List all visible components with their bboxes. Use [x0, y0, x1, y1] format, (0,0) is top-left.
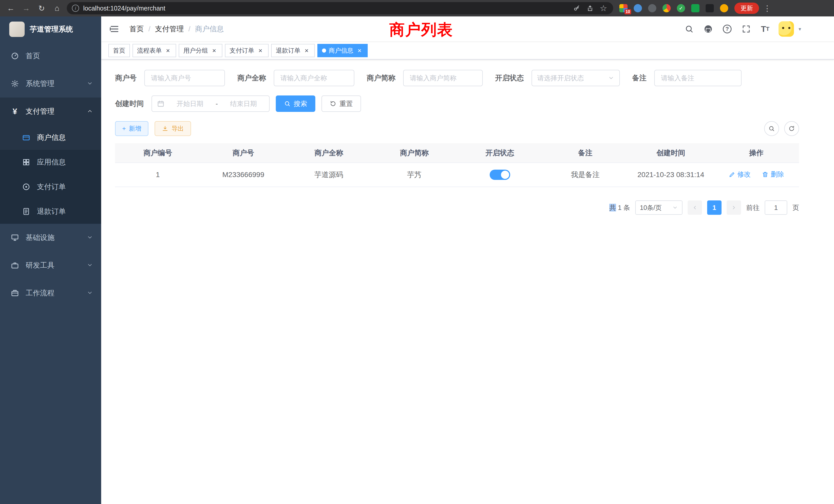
toggle-search-button[interactable] [764, 121, 779, 136]
sidebar-item-app-info[interactable]: 应用信息 [0, 150, 101, 175]
next-page-button[interactable] [727, 201, 741, 215]
short-name-input[interactable] [403, 70, 483, 86]
full-name-input[interactable] [274, 70, 354, 86]
add-button[interactable]: + 新增 [115, 121, 148, 136]
extension-icon-green-square[interactable] [691, 4, 699, 12]
tab-close-icon[interactable]: × [164, 47, 172, 54]
browser-refresh-icon[interactable]: ↻ [36, 3, 47, 14]
extension-icon-tampermonkey[interactable] [706, 4, 714, 12]
target-icon [22, 182, 31, 191]
breadcrumb-payment[interactable]: 支付管理 [155, 24, 184, 34]
filter-label: 商户简称 [367, 73, 395, 83]
col-actions: 操作 [714, 143, 799, 163]
refresh-icon [788, 125, 795, 132]
avatar[interactable] [778, 21, 794, 37]
page-number-button[interactable]: 1 [707, 201, 722, 215]
sidebar-item-merchant-info[interactable]: 商户信息 [0, 125, 101, 150]
hamburger-icon[interactable] [109, 23, 120, 35]
edit-link[interactable]: 修改 [729, 170, 751, 179]
extension-icon-drop[interactable] [634, 4, 642, 12]
share-icon[interactable] [586, 4, 595, 13]
tab-close-icon[interactable]: × [303, 47, 310, 54]
chrome-update-button[interactable]: 更新 [734, 3, 759, 14]
extensions-grid-icon[interactable]: 10 [619, 4, 628, 12]
help-icon[interactable]: ? [722, 23, 733, 35]
chevron-down-icon [87, 290, 94, 297]
page-size-select[interactable]: 10条/页 [635, 201, 682, 215]
status-select-placeholder: 请选择开启状态 [537, 74, 584, 83]
avatar-caret-icon[interactable]: ▾ [798, 26, 801, 32]
sidebar-item-home[interactable]: 首页 [0, 42, 101, 70]
breadcrumb: 首页 / 支付管理 / 商户信息 [129, 24, 224, 34]
credit-card-icon [22, 133, 31, 142]
sidebar-item-label: 研发工具 [26, 260, 54, 270]
sidebar-item-infrastructure[interactable]: 基础设施 [0, 224, 101, 251]
navbar: 首页 / 支付管理 / 商户信息 ? [101, 17, 834, 42]
tab-close-icon[interactable]: × [211, 47, 218, 54]
status-toggle[interactable] [490, 169, 510, 180]
table-toolbar: + 新增 导出 [115, 121, 799, 136]
tab-label: 用户分组 [183, 46, 208, 55]
col-remark: 备注 [543, 143, 628, 163]
fullscreen-icon[interactable] [741, 23, 752, 35]
pagination-total: 共 1 条 [609, 203, 630, 212]
browser-back-icon[interactable]: ← [5, 3, 17, 14]
tab-refund-order[interactable]: 退款订单 × [271, 44, 315, 57]
sidebar-item-dev-tools[interactable]: 研发工具 [0, 251, 101, 279]
sidebar-item-system[interactable]: 系统管理 [0, 70, 101, 97]
goto-page-input[interactable] [765, 201, 787, 215]
sidebar-item-workflow[interactable]: 工作流程 [0, 279, 101, 307]
site-info-icon[interactable]: i [72, 5, 79, 12]
export-button[interactable]: 导出 [155, 121, 191, 136]
breadcrumb-home[interactable]: 首页 [129, 24, 144, 34]
merchant-no-input[interactable] [144, 70, 225, 86]
search-button[interactable]: 搜索 [276, 95, 315, 112]
search-icon [284, 100, 291, 107]
status-select[interactable]: 请选择开启状态 [531, 70, 620, 86]
sidebar-item-payment[interactable]: ¥ 支付管理 [0, 97, 101, 125]
delete-link[interactable]: 删除 [762, 170, 784, 179]
search-icon[interactable] [683, 23, 695, 35]
filter-label: 商户全称 [237, 73, 266, 83]
bookmark-star-icon[interactable]: ☆ [599, 4, 608, 13]
browser-forward-icon[interactable]: → [21, 3, 32, 14]
extension-icon-colorful[interactable] [662, 4, 671, 12]
github-icon[interactable] [703, 23, 714, 35]
sidebar-logo[interactable]: 芋道管理系统 [0, 17, 101, 42]
toolbar-right [764, 121, 799, 136]
tab-merchant-info[interactable]: 商户信息 × [317, 44, 368, 57]
remark-input[interactable] [654, 70, 742, 86]
browser-home-icon[interactable]: ⌂ [51, 3, 63, 14]
download-icon [162, 125, 169, 132]
tab-user-group[interactable]: 用户分组 × [179, 44, 222, 57]
pagination: 共 1 条 10条/页 1 前往 页 [115, 201, 799, 215]
tab-close-icon[interactable]: × [356, 47, 363, 54]
delete-trash-icon [762, 171, 769, 178]
prev-page-button[interactable] [688, 201, 702, 215]
tab-label: 流程表单 [137, 46, 162, 55]
tab-process-form[interactable]: 流程表单 × [132, 44, 176, 57]
merchant-table: 商户编号 商户号 商户全称 商户简称 开启状态 备注 创建时间 操作 1 [115, 143, 799, 187]
filter-status: 开启状态 请选择开启状态 [495, 70, 620, 86]
reset-button[interactable]: 重置 [322, 95, 361, 112]
sidebar-item-pay-order[interactable]: 支付订单 [0, 175, 101, 199]
extension-icon-green-check[interactable]: ✓ [677, 4, 685, 12]
cell-short-name: 芋艿 [372, 163, 457, 187]
tab-home[interactable]: 首页 [108, 44, 130, 57]
address-bar[interactable]: i localhost:1024/pay/merchant ☆ [67, 2, 613, 14]
tab-close-icon[interactable]: × [257, 47, 264, 54]
sidebar-item-refund-order[interactable]: 退款订单 [0, 199, 101, 224]
font-size-icon[interactable]: TT [760, 23, 771, 35]
tab-label: 退款订单 [276, 46, 301, 55]
refresh-table-button[interactable] [784, 121, 799, 136]
date-start-placeholder: 开始日期 [170, 99, 211, 108]
breadcrumb-separator: / [148, 25, 151, 33]
tags-view: 首页 流程表单 × 用户分组 × 支付订单 × 退款订单 × [101, 42, 834, 60]
date-range-picker[interactable]: 开始日期 - 结束日期 [152, 95, 270, 112]
extension-icon-dark-circle[interactable] [648, 4, 656, 12]
password-key-icon[interactable] [572, 4, 581, 13]
chevron-up-icon [87, 108, 94, 115]
extension-icon-face[interactable] [720, 4, 728, 12]
chrome-menu-icon[interactable]: ⋮ [763, 4, 771, 13]
tab-pay-order[interactable]: 支付订单 × [225, 44, 269, 57]
